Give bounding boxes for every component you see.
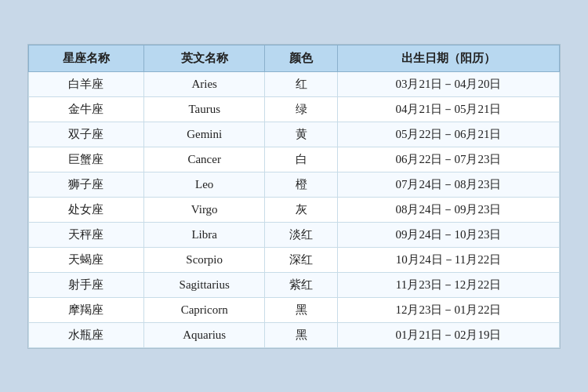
table-row: 狮子座Leo橙07月24日－08月23日	[29, 172, 560, 197]
cell-dates: 07月24日－08月23日	[337, 172, 559, 197]
cell-chinese-name: 狮子座	[29, 172, 144, 197]
cell-dates: 01月21日－02月19日	[337, 322, 559, 347]
cell-dates: 03月21日－04月20日	[337, 71, 559, 96]
cell-chinese-name: 双子座	[29, 122, 144, 147]
cell-dates: 04月21日－05月21日	[337, 96, 559, 122]
cell-color: 深红	[265, 247, 338, 272]
cell-chinese-name: 天秤座	[29, 222, 144, 247]
cell-chinese-name: 摩羯座	[29, 297, 144, 322]
cell-chinese-name: 巨蟹座	[29, 147, 144, 172]
cell-english-name: Leo	[143, 172, 265, 197]
table-row: 金牛座Taurus绿04月21日－05月21日	[29, 96, 560, 122]
cell-english-name: Scorpio	[143, 247, 265, 272]
table-header-row: 星座名称 英文名称 颜色 出生日期（阳历）	[29, 45, 560, 71]
cell-dates: 12月23日－01月22日	[337, 297, 559, 322]
cell-english-name: Taurus	[143, 96, 265, 122]
cell-color: 紫红	[265, 272, 338, 297]
table-row: 白羊座Aries红03月21日－04月20日	[29, 71, 560, 96]
table-row: 天秤座Libra淡红09月24日－10月23日	[29, 222, 560, 247]
cell-english-name: Virgo	[143, 197, 265, 222]
table-row: 双子座Gemini黄05月22日－06月21日	[29, 122, 560, 147]
cell-color: 黄	[265, 122, 338, 147]
cell-chinese-name: 金牛座	[29, 96, 144, 122]
cell-color: 灰	[265, 197, 338, 222]
table-row: 水瓶座Aquarius黑01月21日－02月19日	[29, 322, 560, 347]
cell-english-name: Cancer	[143, 147, 265, 172]
cell-color: 黑	[265, 297, 338, 322]
table-row: 摩羯座Capricorn黑12月23日－01月22日	[29, 297, 560, 322]
cell-color: 白	[265, 147, 338, 172]
header-chinese-name: 星座名称	[29, 45, 144, 71]
cell-chinese-name: 射手座	[29, 272, 144, 297]
cell-english-name: Libra	[143, 222, 265, 247]
cell-dates: 09月24日－10月23日	[337, 222, 559, 247]
cell-chinese-name: 处女座	[29, 197, 144, 222]
cell-color: 黑	[265, 322, 338, 347]
cell-dates: 10月24日－11月22日	[337, 247, 559, 272]
header-color: 颜色	[265, 45, 338, 71]
table-row: 天蝎座Scorpio深红10月24日－11月22日	[29, 247, 560, 272]
header-english-name: 英文名称	[143, 45, 265, 71]
cell-dates: 06月22日－07月23日	[337, 147, 559, 172]
cell-color: 淡红	[265, 222, 338, 247]
header-dates: 出生日期（阳历）	[337, 45, 559, 71]
cell-chinese-name: 天蝎座	[29, 247, 144, 272]
cell-english-name: Gemini	[143, 122, 265, 147]
cell-english-name: Sagittarius	[143, 272, 265, 297]
table-row: 处女座Virgo灰08月24日－09月23日	[29, 197, 560, 222]
cell-color: 橙	[265, 172, 338, 197]
cell-dates: 11月23日－12月22日	[337, 272, 559, 297]
cell-color: 红	[265, 71, 338, 96]
zodiac-table-wrapper: 星座名称 英文名称 颜色 出生日期（阳历） 白羊座Aries红03月21日－04…	[27, 44, 561, 349]
table-body: 白羊座Aries红03月21日－04月20日金牛座Taurus绿04月21日－0…	[29, 71, 560, 347]
zodiac-table: 星座名称 英文名称 颜色 出生日期（阳历） 白羊座Aries红03月21日－04…	[28, 45, 560, 348]
cell-english-name: Aries	[143, 71, 265, 96]
cell-color: 绿	[265, 96, 338, 122]
cell-chinese-name: 白羊座	[29, 71, 144, 96]
cell-dates: 08月24日－09月23日	[337, 197, 559, 222]
table-row: 巨蟹座Cancer白06月22日－07月23日	[29, 147, 560, 172]
cell-dates: 05月22日－06月21日	[337, 122, 559, 147]
cell-english-name: Capricorn	[143, 297, 265, 322]
table-row: 射手座Sagittarius紫红11月23日－12月22日	[29, 272, 560, 297]
cell-chinese-name: 水瓶座	[29, 322, 144, 347]
cell-english-name: Aquarius	[143, 322, 265, 347]
